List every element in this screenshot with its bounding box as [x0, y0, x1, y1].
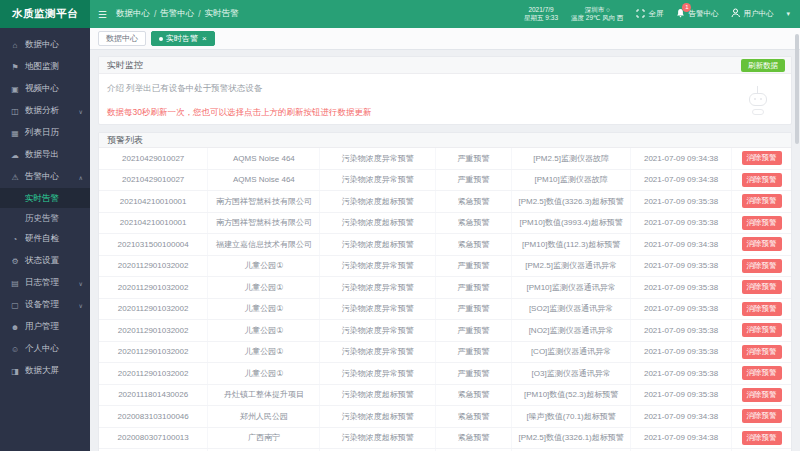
- robot-illustration: [747, 86, 769, 118]
- sidebar-subitem-6-0[interactable]: 实时告警: [0, 188, 90, 208]
- sidebar-item-1[interactable]: ⚑地图监测: [0, 56, 90, 78]
- cell-content: [噪声]数值(70.1)超标预警: [512, 406, 631, 427]
- sidebar-item-label: 用户管理: [25, 321, 59, 333]
- alarm-center-label: 告警中心: [688, 9, 718, 19]
- cell-action: 消除预警: [732, 342, 791, 363]
- cell-time: 2021-07-09 09:35:38: [631, 256, 732, 277]
- sidebar-item-4[interactable]: ▦列表日历: [0, 122, 90, 144]
- cell-level: 严重预警: [436, 363, 512, 384]
- table-row: 2020112901032002儿童公园①污染物浓度异常预警严重预警[O3]监测…: [99, 363, 791, 385]
- clear-alarm-button[interactable]: 消除预警: [742, 302, 782, 316]
- cell-action: 消除预警: [732, 148, 791, 169]
- clear-alarm-button[interactable]: 消除预警: [742, 237, 782, 251]
- page-scrollbar[interactable]: [795, 34, 799, 144]
- sidebar-item-12[interactable]: ☺个人中心: [0, 338, 90, 360]
- sidebar-item-label: 数据分析: [25, 105, 59, 117]
- sidebar-item-5[interactable]: ☁数据导出: [0, 144, 90, 166]
- clear-alarm-button[interactable]: 消除预警: [742, 194, 782, 208]
- sidebar-item-11[interactable]: ☻用户管理: [0, 316, 90, 338]
- top-header: 水质监测平台 ☰ 数据中心/告警中心/实时告警 2021/7/9 星期五 9:3…: [0, 0, 800, 28]
- app-logo: 水质监测平台: [0, 0, 90, 28]
- cell-content: [O3]监测仪器通讯异常: [512, 363, 631, 384]
- realtime-monitor-card: 实时监控 刷新数据 介绍 列举出已有设备中处于预警状态设备 数据每30秒刷新一次…: [98, 56, 792, 125]
- sidebar-item-0[interactable]: ⌂数据中心: [0, 34, 90, 56]
- alarm-center-button[interactable]: 1 告警中心: [676, 8, 718, 20]
- tab-0[interactable]: 数据中心: [98, 31, 146, 46]
- sidebar-item-7[interactable]: ◔硬件自检: [0, 228, 90, 250]
- cell-type: 污染物浓度异常预警: [320, 148, 436, 169]
- sidebar-item-10[interactable]: ▢设备管理∨: [0, 294, 90, 316]
- cell-level: 严重预警: [436, 299, 512, 320]
- cell-type: 污染物浓度异常预警: [320, 320, 436, 341]
- header-weather: 深圳市 ○ 温度 29℃ 风向 西: [571, 6, 623, 23]
- sidebar-item-label: 日志管理: [25, 277, 59, 289]
- clear-alarm-button[interactable]: 消除预警: [742, 409, 782, 423]
- cell-content: [NO2]监测仪器通讯异常: [512, 320, 631, 341]
- breadcrumb-item-1[interactable]: 告警中心: [160, 8, 194, 20]
- sidebar-item-2[interactable]: ▣视频中心: [0, 78, 90, 100]
- sidebar-item-label: 视频中心: [25, 83, 59, 95]
- menu-collapse-icon[interactable]: ☰: [98, 9, 107, 20]
- chevron-down-icon[interactable]: ▾: [786, 10, 790, 18]
- tab-1[interactable]: 实时告警×: [151, 31, 215, 46]
- cell-action: 消除预警: [732, 406, 791, 427]
- cell-device: AQMS Noise 464: [208, 148, 320, 169]
- clear-alarm-button[interactable]: 消除预警: [742, 259, 782, 273]
- header-right-cluster: 2021/7/9 星期五 9:33 深圳市 ○ 温度 29℃ 风向 西 全屏: [524, 6, 790, 23]
- cell-device: 丹灶镇工整体提升项目: [208, 385, 320, 406]
- cell-type: 污染物浓度超标预警: [320, 428, 436, 449]
- main-area: 数据中心实时告警× 实时监控 刷新数据 介绍 列举出已有设备中处于预警状态设备 …: [90, 28, 800, 451]
- clear-alarm-button[interactable]: 消除预警: [742, 366, 782, 380]
- cell-no: 2020111801430026: [99, 385, 208, 406]
- clear-alarm-button[interactable]: 消除预警: [742, 151, 782, 165]
- cell-device: 南方国祥智慧科技有限公司: [208, 213, 320, 234]
- cell-time: 2021-07-09 09:35:38: [631, 299, 732, 320]
- clear-alarm-button[interactable]: 消除预警: [742, 431, 782, 445]
- user-center-label: 用户中心: [743, 9, 773, 19]
- sidebar-subitem-6-1[interactable]: 历史告警: [0, 208, 90, 228]
- cell-level: 严重预警: [436, 148, 512, 169]
- sidebar-item-3[interactable]: ◫数据分析∨: [0, 100, 90, 122]
- sidebar-item-label: 状态设置: [25, 255, 59, 267]
- sidebar-item-13[interactable]: ◨数据大屏: [0, 360, 90, 382]
- breadcrumb-item-0[interactable]: 数据中心: [116, 8, 150, 20]
- sidebar-item-8[interactable]: ⚙状态设置: [0, 250, 90, 272]
- cell-no: 202104210010001: [99, 191, 208, 212]
- clear-alarm-button[interactable]: 消除预警: [742, 388, 782, 402]
- cell-content: [PM2.5]数值(3326.3)超标预警: [512, 191, 631, 212]
- fullscreen-button[interactable]: 全屏: [636, 9, 663, 20]
- sidebar-item-6[interactable]: ⚠告警中心∧: [0, 166, 90, 188]
- cell-action: 消除预警: [732, 213, 791, 234]
- clear-alarm-button[interactable]: 消除预警: [742, 280, 782, 294]
- monitor-card-body: 介绍 列举出已有设备中处于预警状态设备 数据每30秒刷新一次，您也可以选择点击上…: [99, 74, 791, 124]
- table-row: 2020111801430026丹灶镇工整体提升项目污染物浓度超标预警紧急预警[…: [99, 385, 791, 407]
- map-icon: ⚑: [10, 63, 20, 72]
- table-row: 202104210010001南方国祥智慧科技有限公司污染物浓度超标预警紧急预警…: [99, 191, 791, 213]
- tab-label: 实时告警: [166, 33, 198, 44]
- refresh-data-button[interactable]: 刷新数据: [741, 59, 785, 72]
- sidebar-item-9[interactable]: ▤日志管理∨: [0, 272, 90, 294]
- cell-type: 污染物浓度超标预警: [320, 191, 436, 212]
- breadcrumb-item-2[interactable]: 实时告警: [205, 8, 239, 20]
- cell-device: 儿童公园①: [208, 363, 320, 384]
- user-center-button[interactable]: 用户中心: [731, 8, 773, 20]
- close-icon[interactable]: ×: [202, 34, 207, 43]
- cell-action: 消除预警: [732, 277, 791, 298]
- sidebar-item-label: 个人中心: [25, 343, 59, 355]
- cell-action: 消除预警: [732, 299, 791, 320]
- content-area: 实时监控 刷新数据 介绍 列举出已有设备中处于预警状态设备 数据每30秒刷新一次…: [90, 50, 800, 451]
- cell-content: [PM2.5]监测仪器故障: [512, 148, 631, 169]
- top-header-main: ☰ 数据中心/告警中心/实时告警 2021/7/9 星期五 9:33 深圳市 ○…: [90, 0, 800, 28]
- cell-type: 污染物浓度异常预警: [320, 363, 436, 384]
- clear-alarm-button[interactable]: 消除预警: [742, 216, 782, 230]
- clear-alarm-button[interactable]: 消除预警: [742, 345, 782, 359]
- clear-alarm-button[interactable]: 消除预警: [742, 173, 782, 187]
- cell-device: 儿童公园①: [208, 256, 320, 277]
- cell-no: 2021031500100004: [99, 234, 208, 255]
- clear-alarm-button[interactable]: 消除预警: [742, 323, 782, 337]
- cell-device: 儿童公园①: [208, 299, 320, 320]
- table-row: 2020112901032002儿童公园①污染物浓度异常预警严重预警[NO2]监…: [99, 320, 791, 342]
- alarm-bell-icon: ⚠: [10, 173, 20, 182]
- cell-no: 2020112901032002: [99, 277, 208, 298]
- weather-icon: ○: [606, 6, 610, 13]
